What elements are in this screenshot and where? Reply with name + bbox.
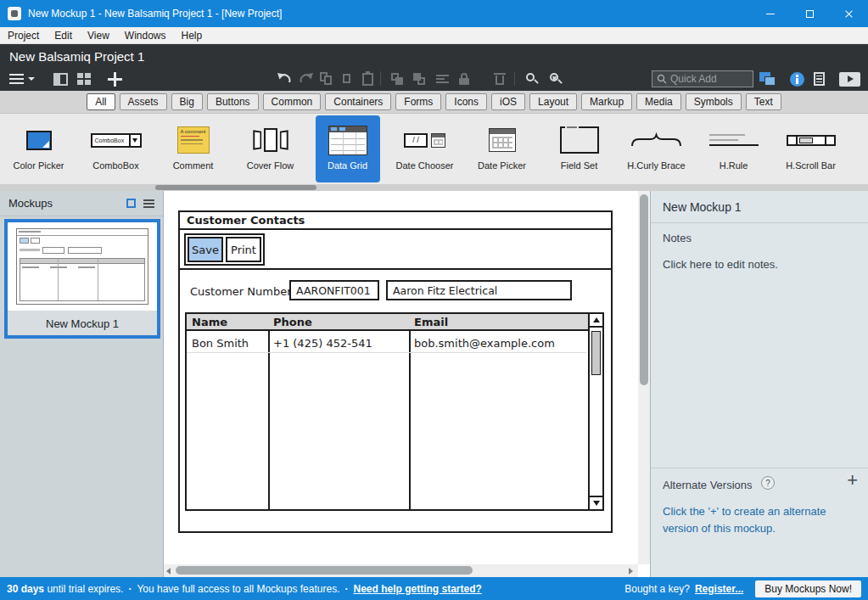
separator-dot: · — [344, 583, 348, 595]
editor-canvas[interactable]: Customer Contacts Save Print Customer Nu… — [164, 191, 650, 577]
combobox-icon: ComboBox — [91, 133, 142, 148]
trial-text: until trial expires. — [47, 583, 123, 595]
category-ios[interactable]: iOS — [491, 93, 525, 110]
mockup-data-grid[interactable]: Name Phone Email Bon Smith +1 (425) 452-… — [185, 312, 604, 511]
plus-icon — [108, 72, 122, 87]
bought-key-text: Bought a key? — [624, 583, 690, 595]
mockups-panel: Mockups New Mockup 1 — [0, 191, 164, 577]
category-assets[interactable]: Assets — [120, 93, 167, 110]
project-notes-button[interactable] — [808, 68, 830, 90]
zoom-button[interactable] — [521, 68, 543, 90]
quick-add-input[interactable] — [670, 73, 747, 85]
customer-name-input[interactable]: Aaron Fitz Electrical — [386, 280, 572, 300]
undo-button[interactable] — [273, 68, 295, 90]
register-link[interactable]: Register... — [695, 583, 743, 595]
minimize-button[interactable] — [751, 0, 790, 27]
comment-icon: A comment — [177, 126, 210, 154]
lock-button[interactable] — [453, 68, 475, 90]
scroll-right-icon[interactable] — [629, 568, 633, 575]
category-layout[interactable]: Layout — [529, 93, 577, 110]
component-color-picker[interactable]: Color Picker — [0, 114, 77, 184]
paste-button[interactable] — [356, 68, 378, 90]
component-h-rule[interactable]: H.Rule — [695, 114, 772, 184]
bring-to-front-button[interactable] — [387, 68, 409, 90]
category-symbols[interactable]: Symbols — [686, 93, 742, 110]
add-alternate-version-button[interactable]: + — [847, 471, 858, 490]
zoom-reset-button[interactable] — [545, 68, 567, 90]
duplicate-icon — [339, 71, 356, 87]
main-menu-button[interactable] — [7, 68, 37, 90]
component-data-grid[interactable]: Data Grid — [309, 114, 386, 184]
maximize-button[interactable] — [790, 0, 829, 27]
category-all[interactable]: All — [87, 93, 115, 110]
component-strip-scrollbar[interactable] — [0, 184, 868, 191]
import-image-button[interactable] — [757, 68, 779, 90]
help-getting-started-link[interactable]: Need help getting started? — [353, 583, 481, 595]
copy-button[interactable] — [316, 68, 338, 90]
mockup-print-button[interactable]: Print — [226, 237, 261, 262]
help-icon[interactable]: ? — [761, 476, 775, 490]
component-h-scroll-bar[interactable]: H.Scroll Bar — [772, 114, 849, 184]
component-cover-flow[interactable]: Cover Flow — [232, 114, 309, 184]
customer-number-label[interactable]: Customer Number — [190, 285, 292, 298]
grid-view-button[interactable] — [73, 68, 95, 90]
category-text[interactable]: Text — [746, 93, 781, 110]
component-comment[interactable]: A commentComment — [154, 114, 232, 184]
mockup-thumbnail-preview — [8, 222, 157, 311]
category-forms[interactable]: Forms — [395, 93, 441, 110]
menu-help[interactable]: Help — [174, 27, 210, 44]
project-title: New Balsamiq Project 1 — [9, 49, 144, 64]
h-curly-brace-icon — [630, 132, 684, 148]
menu-edit[interactable]: Edit — [47, 27, 80, 44]
close-button[interactable] — [829, 0, 868, 27]
component-combobox[interactable]: ComboBoxComboBox — [77, 114, 154, 184]
category-markup[interactable]: Markup — [581, 93, 632, 110]
component-date-picker[interactable]: Date Picker — [463, 114, 540, 184]
delete-button[interactable] — [489, 68, 511, 90]
grid-scroll-thumb — [591, 331, 601, 375]
component-h-curly-brace[interactable]: H.Curly Brace — [618, 114, 695, 184]
redo-button[interactable] — [295, 68, 317, 90]
add-mockup-button[interactable] — [104, 68, 126, 90]
scroll-left-icon[interactable] — [166, 568, 171, 575]
thumbnail-view-icon[interactable] — [126, 199, 136, 208]
undo-icon — [277, 72, 292, 86]
mockups-panel-header: Mockups — [0, 191, 163, 216]
canvas-vertical-scroll-thumb[interactable] — [640, 194, 648, 385]
app-icon — [8, 7, 21, 20]
single-view-button[interactable] — [49, 68, 71, 90]
grid-cell-name: Bon Smith — [192, 337, 249, 350]
mockup-window-title[interactable]: Customer Contacts — [180, 212, 611, 230]
component-strip-scroll-thumb[interactable] — [155, 185, 316, 190]
category-big[interactable]: Big — [171, 93, 203, 110]
component-date-chooser[interactable]: / /Date Chooser — [386, 114, 463, 184]
menu-view[interactable]: View — [80, 27, 117, 44]
alternate-versions-hint: Click the '+' to create an alternate ver… — [663, 503, 849, 537]
component-field-set[interactable]: Field Set — [540, 114, 618, 184]
category-common[interactable]: Common — [263, 93, 322, 110]
send-to-back-button[interactable] — [409, 68, 431, 90]
canvas-vertical-scrollbar[interactable] — [638, 191, 650, 564]
category-buttons[interactable]: Buttons — [207, 93, 259, 110]
menu-project[interactable]: Project — [0, 27, 47, 44]
align-button[interactable] — [431, 68, 453, 90]
customer-number-input[interactable]: AARONFIT001 — [289, 280, 379, 300]
category-media[interactable]: Media — [636, 93, 681, 110]
buy-mockups-button[interactable]: Buy Mockups Now! — [755, 580, 861, 597]
field-set-icon — [560, 126, 599, 154]
category-icons[interactable]: Icons — [445, 93, 487, 110]
canvas-horizontal-scrollbar[interactable] — [164, 564, 638, 577]
hamburger-icon — [9, 74, 24, 84]
mockup-window-control[interactable]: Customer Contacts Save Print Customer Nu… — [178, 210, 613, 533]
import-image-icon — [759, 71, 777, 87]
project-info-button[interactable] — [786, 68, 808, 90]
mockup-thumbnail[interactable]: New Mockup 1 — [4, 219, 160, 339]
mockup-save-button[interactable]: Save — [188, 237, 223, 262]
category-containers[interactable]: Containers — [325, 93, 391, 110]
menu-windows[interactable]: Windows — [117, 27, 174, 44]
list-view-icon[interactable] — [143, 199, 154, 208]
duplicate-button[interactable] — [336, 68, 358, 90]
notes-edit-area[interactable]: Click here to edit notes. — [663, 258, 778, 271]
presentation-button[interactable] — [837, 68, 862, 90]
canvas-horizontal-scroll-thumb[interactable] — [176, 566, 473, 575]
